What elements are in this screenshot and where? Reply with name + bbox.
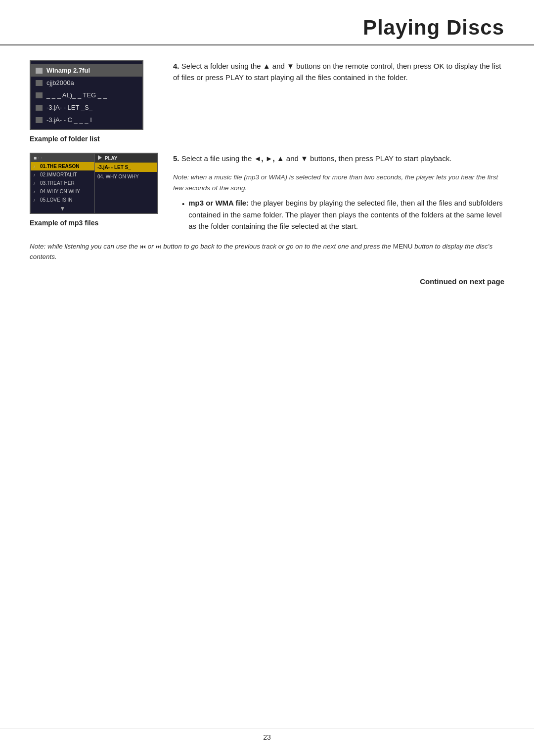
folder-icon-3 [36,92,43,98]
folder-icon-2 [36,80,43,86]
folder-item-4-label: -3.jA- - LET _S_ [46,104,92,111]
step5-note: Note: when a music file (mp3 or WMA) is … [173,172,504,193]
play-icon [98,155,102,160]
folder-list-caption: Example of folder list [30,135,158,143]
step5-text1: Select a file using the ◄, ►, ▲ and ▼ bu… [181,154,452,163]
step5-note-text: Note: when a music file (mp3 or WMA) is … [173,173,498,192]
note-bottom: Note: while listening you can use the ⏮ … [30,242,504,262]
mp3-track-3: ♪ 03.TREAT HER [31,179,94,187]
mp3-left-panel: ■ · · ♪ 01.THE REASON ♪ 02.IMMORTALIT ♪ … [31,154,95,213]
folder-item-1-label: Winamp 2.7ful [46,67,90,74]
folder-item-5: -3.jA- - C _ _ _ I [31,114,142,126]
folder-list-ui: Winamp 2.7ful cjjb2000a _ _ _ AL)_ _ TEG… [30,60,143,130]
music-icon-2: ♪ [33,172,38,177]
music-icon-4: ♪ [33,189,38,194]
main-content: Winamp 2.7ful cjjb2000a _ _ _ AL)_ _ TEG… [0,45,534,305]
mp3-header-dots: ■ · · [34,155,42,161]
mp3-left-header: ■ · · [31,154,94,162]
bullet-item-text: mp3 or WMA file: the player begins by pl… [188,197,504,232]
mp3-ui: ■ · · ♪ 01.THE REASON ♪ 02.IMMORTALIT ♪ … [30,153,158,214]
music-icon-3: ♪ [33,181,38,186]
mp3-right-panel: PLAY -3.jA- - LET S_ 04. WHY ON WHY [95,154,157,213]
mp3-right-track-1: -3.jA- - LET S_ [95,163,157,172]
folder-item-3: _ _ _ AL)_ _ TEG _ _ [31,89,142,101]
page-header: Playing Discs [0,0,534,45]
mp3-play-label: PLAY [105,156,118,161]
mp3-track-1: ♪ 01.THE REASON [31,162,94,170]
step5-number: 5. [173,154,179,163]
mp3-track-2: ♪ 02.IMMORTALIT [31,170,94,179]
step4-text: 4. Select a folder using the ▲ and ▼ but… [173,60,504,84]
step4-number: 4. [173,62,179,70]
step4-left: Winamp 2.7ful cjjb2000a _ _ _ AL)_ _ TEG… [30,60,158,143]
mp3-scroll-down: ▼ [31,204,94,213]
mp3-right-header: PLAY [95,154,157,163]
folder-icon-4 [36,105,43,111]
folder-item-3-label: _ _ _ AL)_ _ TEG _ _ [46,91,107,99]
bullet-item-mp3: • mp3 or WMA file: the player begins by … [182,197,504,232]
mp3-track-5-label: 05.LOVE IS IN [40,197,73,203]
mp3-track-4-label: 04.WHY ON WHY [40,189,80,194]
note-bottom-text: Note: while listening you can use the ⏮ … [30,243,492,260]
step5-text: 5. Select a file using the ◄, ►, ▲ and ▼… [173,153,504,232]
folder-item-2-label: cjjb2000a [46,79,74,86]
step4-row: Winamp 2.7ful cjjb2000a _ _ _ AL)_ _ TEG… [30,60,504,143]
mp3-track-5: ♪ 05.LOVE IS IN [31,196,94,204]
music-icon-1: ♪ [33,164,38,169]
mp3-track-3-label: 03.TREAT HER [40,180,75,186]
continued-label: Continued on next page [30,277,504,286]
music-icon-5: ♪ [33,198,38,203]
bullet-dot: • [182,198,184,232]
step4-right: 4. Select a folder using the ▲ and ▼ but… [173,60,504,143]
folder-item-5-label: -3.jA- - C _ _ _ I [46,116,92,124]
folder-icon-1 [36,68,43,74]
step5-row: ■ · · ♪ 01.THE REASON ♪ 02.IMMORTALIT ♪ … [30,153,504,232]
folder-item-1: Winamp 2.7ful [31,64,142,77]
folder-item-2: cjjb2000a [31,77,142,89]
mp3-track-4: ♪ 04.WHY ON WHY [31,187,94,196]
page-footer: 23 [0,728,534,741]
page-title: Playing Discs [363,16,504,39]
folder-icon-5 [36,117,43,123]
step4-text1: Select a folder using the ▲ and ▼ button… [173,62,501,82]
step5-right: 5. Select a file using the ◄, ►, ▲ and ▼… [173,153,504,232]
folder-item-4: -3.jA- - LET _S_ [31,101,142,114]
mp3-files-caption: Example of mp3 files [30,219,158,227]
mp3-track-2-label: 02.IMMORTALIT [40,172,77,177]
step5-left: ■ · · ♪ 01.THE REASON ♪ 02.IMMORTALIT ♪ … [30,153,158,232]
page-number: 23 [263,733,271,741]
bullet-section: • mp3 or WMA file: the player begins by … [173,197,504,232]
mp3-track-1-label: 01.THE REASON [40,164,79,169]
mp3-right-track-2: 04. WHY ON WHY [95,172,157,181]
